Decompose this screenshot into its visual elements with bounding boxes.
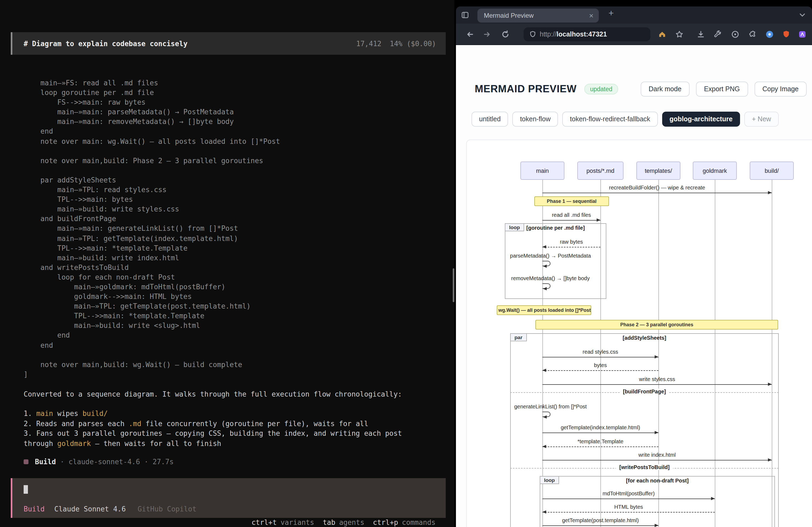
prompt-input[interactable]: Build Claude Sonnet 4.6 GitHub Copilot [11,478,446,518]
arrowhead [655,355,658,358]
session-header: # Diagram to explain codebase concisely … [11,32,446,55]
action-button-dark-mode[interactable]: Dark mode [641,81,690,96]
shortcut-hint: ctrl+pcommands [373,518,436,526]
arrowhead [542,445,546,448]
arrowhead [542,368,546,372]
devtools-wrench-icon[interactable] [714,30,722,39]
frame-divider-label: [buildFrontPage] [510,389,779,394]
browser-tab-title: Mermaid Preview [484,12,534,19]
close-icon[interactable]: × [589,12,593,19]
build-status-row: Build · claude-sonnet-4.6 · 27.7s [24,458,174,466]
forward-icon[interactable] [483,30,491,39]
agent-mode-label: Build [24,505,45,513]
build-status-meta: · claude-sonnet-4.6 · 27.7s [56,458,173,466]
browser-navbar: http://localhost:47321 [456,24,812,45]
arrowhead [543,264,547,268]
build-status-label: Build [35,458,56,466]
diagram-note: wg.Wait() — all posts loaded into []*Pos… [497,305,591,315]
action-button-export-png[interactable]: Export PNG [696,81,748,96]
message-label: write styles.css [542,376,772,382]
terminal-panel: # Diagram to explain codebase concisely … [0,0,454,527]
participant-box: goldmark [693,162,737,180]
message-label: *template.Template [542,438,658,445]
status-badge: updated [584,84,618,94]
sequence-diagram: mainposts/*.mdtemplates/goldmarkbuild/lo… [467,140,812,527]
extension-circle-icon[interactable] [731,30,740,39]
summary-list-line: 1. main wipes build/ [24,409,437,419]
action-button-copy-image[interactable]: Copy Image [754,81,807,96]
message-line [542,247,600,247]
participant-box: main [520,162,564,180]
file-tab-untitled[interactable]: untitled [472,111,508,127]
adblock-shield-icon[interactable] [782,30,791,39]
reload-icon[interactable] [501,30,510,39]
provider-label: GitHub Copilot [137,505,196,513]
participant-box: posts/*.md [577,162,624,180]
arrowhead [542,510,546,513]
message-label: generateLinkList() from []*Post [508,404,593,409]
message-label: recreateBuildFolder() — wipe & recreate [542,185,772,191]
file-tab-goblog-architecture[interactable]: goblog-architecture [662,111,740,127]
extension-purple-icon[interactable] [798,30,807,39]
file-tab--new[interactable]: + New [744,111,779,127]
extension-blue-icon[interactable] [765,30,774,39]
arrowhead [655,524,658,527]
summary-list-line: 2. Reads and parses each .md file concur… [24,419,437,429]
message-line [542,512,715,512]
download-icon[interactable] [697,30,705,39]
back-icon[interactable] [466,30,474,39]
build-status-icon [24,460,28,464]
bookmark-star-icon[interactable] [675,30,684,39]
message-line [542,460,772,461]
frame [505,223,606,299]
site-permissions-icon[interactable] [529,31,536,38]
frame-title: [addStyleSheets] [510,335,779,341]
message-label: mdToHtml(postBuffer) [542,491,715,496]
diagram-note: Phase 2 — 3 parallel goroutines [535,320,778,330]
shortcut-hint: ctrl+tvariants [251,518,314,526]
arrowhead [543,415,547,418]
browser-tab-strip: Mermaid Preview × + [456,6,812,24]
url-bar[interactable]: http://localhost:47321 [524,27,650,41]
url-host: localhost:47321 [557,31,607,38]
diagram-card: mainposts/*.mdtemplates/goldmarkbuild/lo… [466,139,812,527]
message-line [542,499,715,499]
browser-tab[interactable]: Mermaid Preview × [477,9,599,22]
message-line [542,357,658,358]
url-text: http://localhost:47321 [540,31,607,38]
message-line [542,384,772,385]
new-tab-icon[interactable]: + [608,8,614,19]
url-scheme: http:// [540,31,557,38]
assistant-summary: Converted to a sequence diagram. It walk… [24,390,402,398]
message-label: read all .md files [542,212,600,218]
message-label: write index.html [542,452,772,458]
message-label: read styles.css [542,349,658,355]
action-buttons: Dark modeExport PNGCopy Image [641,81,807,96]
model-label: Claude Sonnet 4.6 [54,505,126,513]
message-label: removeMetadata() → []byte body [508,275,593,281]
page-title: MERMAID PREVIEW [475,83,577,95]
extensions-puzzle-icon[interactable] [748,30,757,39]
text-cursor [24,485,28,494]
screen: # Diagram to explain codebase concisely … [0,0,812,527]
arrowhead [711,497,715,500]
arrowhead [597,218,600,221]
message-line [542,193,772,193]
diagram-note: Phase 1 — sequential [534,196,609,206]
home-icon[interactable] [658,30,666,39]
participant-box: templates/ [636,162,680,180]
file-tab-token-flow-redirect-fallback[interactable]: token-flow-redirect-fallback [563,111,658,127]
shortcut-bar: ctrl+tvariantstabagentsctrl+pcommands [251,518,436,526]
session-title: # Diagram to explain codebase concisely [24,40,188,47]
terminal-scrollbar-thumb[interactable] [453,268,454,302]
sidebar-toggle-icon[interactable] [461,11,469,19]
message-line [542,220,600,221]
message-line [542,525,658,526]
file-tab-token-flow[interactable]: token-flow [512,111,558,127]
arrowhead [542,245,546,248]
arrowhead [655,431,658,434]
arrowhead [768,458,772,461]
chevron-down-icon[interactable] [798,11,807,19]
session-stats: 17,412 14% ($0.00) [356,40,436,47]
summary-list-line: 3. Fans out 3 parallel goroutines — copy… [24,429,437,439]
